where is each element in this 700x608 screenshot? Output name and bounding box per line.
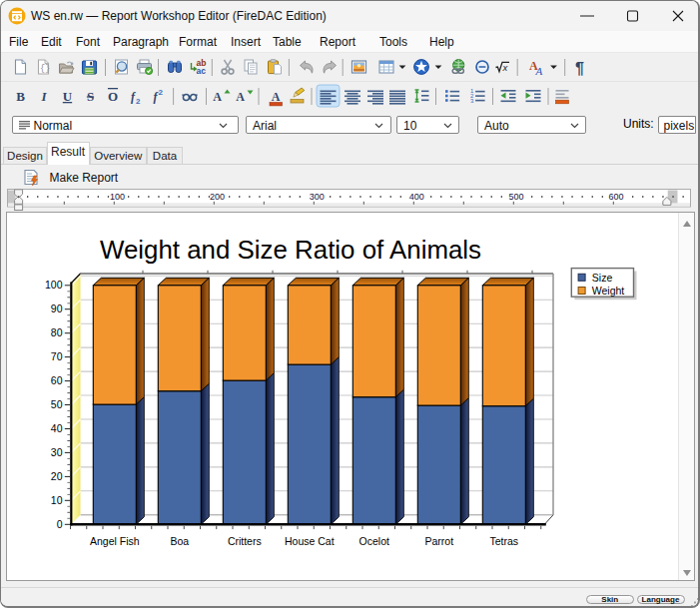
svg-text:2: 2 bbox=[159, 88, 164, 97]
svg-text:Angel Fish: Angel Fish bbox=[90, 535, 140, 547]
svg-text:Boa: Boa bbox=[170, 535, 189, 547]
svg-text:Weight and Size Ratio of Anima: Weight and Size Ratio of Animals bbox=[100, 235, 481, 265]
svg-text:¶: ¶ bbox=[575, 59, 584, 76]
svg-text:Ocelot: Ocelot bbox=[359, 535, 389, 547]
svg-text:Parrot: Parrot bbox=[425, 535, 454, 547]
svg-text:50: 50 bbox=[51, 398, 63, 410]
svg-text:70: 70 bbox=[51, 350, 63, 362]
svg-text:2: 2 bbox=[136, 97, 141, 106]
svg-text:100: 100 bbox=[45, 279, 63, 291]
svg-text:200: 200 bbox=[210, 192, 225, 202]
svg-text:U: U bbox=[63, 89, 73, 104]
svg-text:Size: Size bbox=[592, 272, 613, 284]
svg-text:10: 10 bbox=[51, 494, 63, 506]
svg-text:300: 300 bbox=[310, 192, 325, 202]
svg-text:B: B bbox=[16, 89, 25, 104]
svg-text:A: A bbox=[272, 90, 281, 104]
svg-text:{}: {} bbox=[40, 64, 50, 74]
svg-text:A: A bbox=[535, 64, 543, 76]
svg-text:Tetras: Tetras bbox=[490, 535, 519, 547]
svg-text:80: 80 bbox=[51, 326, 63, 338]
svg-text:30: 30 bbox=[51, 446, 63, 458]
svg-text:20: 20 bbox=[51, 470, 63, 482]
svg-text:A: A bbox=[236, 90, 245, 104]
svg-text:Weight: Weight bbox=[592, 285, 625, 297]
svg-text:100: 100 bbox=[110, 192, 125, 202]
svg-text:A: A bbox=[213, 90, 222, 104]
svg-text:I: I bbox=[40, 89, 47, 104]
svg-text:90: 90 bbox=[51, 303, 63, 314]
svg-text:Critters: Critters bbox=[228, 535, 262, 547]
svg-text:3: 3 bbox=[470, 98, 474, 104]
svg-text:x: x bbox=[501, 62, 508, 73]
svg-text:400: 400 bbox=[409, 192, 424, 202]
svg-text:House Cat: House Cat bbox=[285, 535, 335, 547]
svg-text:500: 500 bbox=[509, 192, 524, 202]
svg-text:S: S bbox=[87, 89, 94, 104]
svg-text:600: 600 bbox=[608, 192, 623, 202]
svg-text:60: 60 bbox=[51, 374, 63, 386]
svg-text:0: 0 bbox=[57, 518, 63, 530]
svg-text:40: 40 bbox=[51, 422, 63, 434]
svg-text:O: O bbox=[108, 89, 118, 104]
svg-text:ac: ac bbox=[197, 66, 207, 76]
